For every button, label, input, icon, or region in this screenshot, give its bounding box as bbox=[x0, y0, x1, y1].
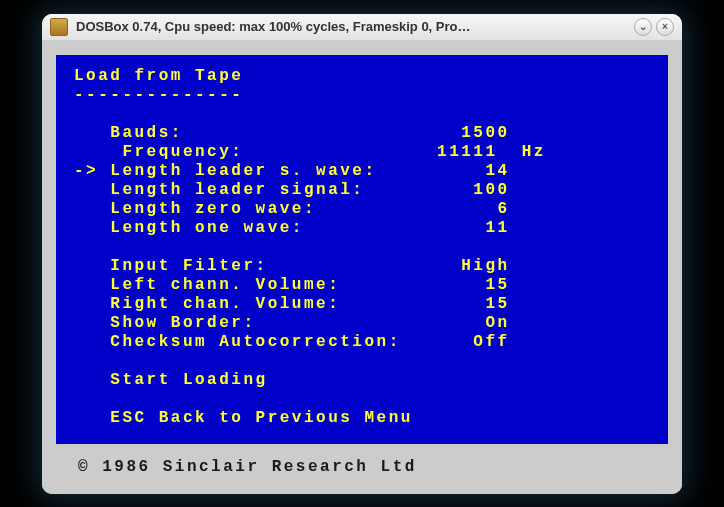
window-title: DOSBox 0.74, Cpu speed: max 100% cycles,… bbox=[76, 19, 630, 34]
emulator-content: Load from Tape -------------- Bauds: 150… bbox=[42, 41, 682, 494]
copyright-footer: © 1986 Sinclair Research Ltd bbox=[56, 444, 668, 486]
app-window: DOSBox 0.74, Cpu speed: max 100% cycles,… bbox=[42, 14, 682, 494]
titlebar: DOSBox 0.74, Cpu speed: max 100% cycles,… bbox=[42, 14, 682, 41]
close-button[interactable]: × bbox=[656, 18, 674, 36]
app-icon bbox=[50, 18, 68, 36]
minimize-button[interactable]: ⌄ bbox=[634, 18, 652, 36]
terminal-text: Load from Tape -------------- Bauds: 150… bbox=[74, 67, 650, 428]
emulator-screen[interactable]: Load from Tape -------------- Bauds: 150… bbox=[56, 55, 668, 444]
